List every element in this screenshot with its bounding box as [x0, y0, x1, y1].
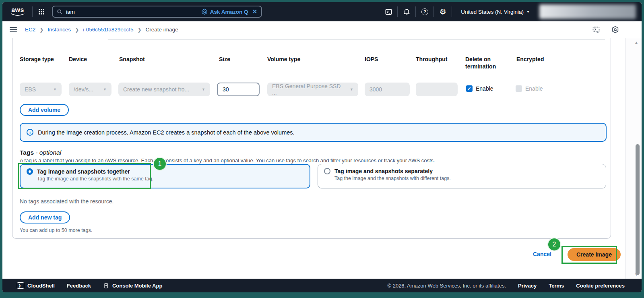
annotation-badge-1: 1	[153, 157, 167, 171]
breadcrumb-separator: ❯	[39, 27, 43, 33]
cancel-button[interactable]: Cancel	[533, 251, 551, 257]
divider	[415, 6, 416, 17]
no-tags-text: No tags associated with the resource.	[20, 198, 114, 205]
search-value: iam	[66, 9, 75, 15]
section-title-instance-volumes: Instance volumes	[18, 38, 76, 40]
tag-separately-label: Tag image and snapshots separately	[334, 168, 433, 174]
annotation-rect-1	[18, 163, 151, 189]
footer-mobile-app[interactable]: Console Mobile App	[103, 282, 162, 289]
volume-type-select: EBS General Purpose SSD ... ▼	[267, 83, 358, 96]
region-selector[interactable]: United States (N. Virginia) ▼	[461, 9, 530, 15]
search-input[interactable]: iam Ask Amazon Q ✕	[52, 6, 262, 18]
snapshot-value: Create new snapshot fro...	[123, 86, 189, 93]
col-header-volume-type: Volume type	[267, 56, 300, 63]
notifications-icon[interactable]	[402, 8, 411, 16]
tag-limit-text: You can add up to 50 more tags.	[20, 228, 92, 233]
breadcrumb: EC2 ❯ Instances ❯ i-056c551fa829eccf5 ❯ …	[25, 27, 178, 33]
annotation-rect-2	[561, 246, 617, 264]
tags-section-title: Tags - optional	[20, 149, 61, 156]
delete-on-termination-checkbox[interactable]: ✓ Enable	[466, 85, 493, 92]
device-value: /dev/s...	[74, 86, 93, 93]
footer-bar: ❯_ CloudShell Feedback Console Mobile Ap…	[2, 279, 642, 292]
encrypted-label: Enable	[525, 85, 543, 92]
tags-description: A tag is a label that you assign to an A…	[20, 157, 435, 163]
col-header-storage-type: Storage type	[20, 56, 54, 63]
info-alert-text: During the image creation process, Amazo…	[38, 129, 295, 136]
delete-on-termination-label: Enable	[476, 85, 493, 92]
size-input[interactable]: 30	[217, 83, 260, 96]
copyright-text: © 2026, Amazon Web Services, Inc. or its…	[387, 283, 506, 289]
storage-type-value: EBS	[25, 86, 36, 93]
region-label: United States (N. Virginia)	[461, 9, 524, 15]
feedback-label: Feedback	[67, 283, 91, 289]
scrollbar-thumb[interactable]	[636, 144, 640, 275]
close-icon[interactable]: ✕	[252, 8, 257, 15]
divider	[32, 6, 33, 17]
encrypted-checkbox: Enable	[516, 85, 543, 92]
breadcrumb-current-page: Create image	[146, 27, 178, 33]
add-volume-button[interactable]: Add volume	[20, 104, 69, 116]
aws-logo[interactable]: aws	[10, 7, 25, 17]
console-window: aws iam	[2, 2, 642, 292]
snapshot-select: Create new snapshot fro... ▼	[118, 83, 210, 96]
tags-title-text: Tags	[20, 149, 34, 156]
breadcrumb-separator: ❯	[138, 27, 142, 33]
account-menu-redacted[interactable]	[539, 4, 636, 19]
app-grid-icon[interactable]	[37, 8, 45, 16]
throughput-input	[416, 83, 458, 96]
scroll-down-icon[interactable]: ▼	[634, 272, 638, 277]
breadcrumb-link-instance-id[interactable]: i-056c551fa829eccf5	[83, 27, 133, 33]
ask-amazon-q-button[interactable]: Ask Amazon Q	[210, 9, 248, 15]
divider	[433, 6, 434, 17]
menu-icon[interactable]	[10, 27, 17, 33]
footer-feedback[interactable]: Feedback	[67, 283, 91, 289]
checkbox-checked-icon[interactable]: ✓	[466, 85, 473, 92]
storage-type-select: EBS ▼	[20, 83, 62, 96]
breadcrumb-link-instances[interactable]: Instances	[47, 27, 71, 33]
terms-link[interactable]: Terms	[549, 283, 564, 289]
scroll-up-icon[interactable]: ▲	[634, 40, 638, 45]
radio-unselected-icon[interactable]	[324, 168, 330, 174]
annotation-badge-2: 2	[547, 238, 561, 251]
breadcrumb-bar: EC2 ❯ Instances ❯ i-056c551fa829eccf5 ❯ …	[2, 21, 642, 38]
chevron-down-icon: ▼	[103, 87, 107, 91]
tag-separately-option[interactable]: Tag image and snapshots separately Tag t…	[318, 164, 606, 188]
chevron-down-icon: ▼	[53, 87, 57, 91]
cookie-preferences-link[interactable]: Cookie preferences	[576, 283, 625, 289]
cloudshell-icon: ❯_	[17, 282, 24, 289]
col-header-snapshot: Snapshot	[119, 56, 145, 63]
mobile-app-label: Console Mobile App	[112, 283, 162, 289]
divider	[452, 6, 452, 17]
top-navigation-bar: aws iam	[2, 2, 642, 21]
breadcrumb-link-ec2[interactable]: EC2	[25, 27, 35, 33]
chevron-down-icon: ▼	[526, 10, 530, 14]
amazon-q-icon[interactable]	[611, 26, 619, 33]
tag-separately-description: Tag the image and the snapshots with dif…	[334, 176, 606, 181]
col-header-throughput: Throughput	[416, 56, 448, 63]
col-header-size: Size	[219, 56, 230, 63]
volume-type-value: EBS General Purpose SSD ...	[272, 83, 347, 96]
settings-icon[interactable]: ⚙	[439, 8, 447, 16]
privacy-link[interactable]: Privacy	[518, 283, 537, 289]
iops-input: 3000	[365, 83, 410, 96]
tags-optional-text: - optional	[35, 149, 61, 156]
cloudshell-icon[interactable]	[384, 8, 392, 16]
help-icon[interactable]: ?	[421, 8, 429, 16]
main-content: Instance volumes Storage type Device Sna…	[2, 38, 642, 279]
footer-cloudshell[interactable]: ❯_ CloudShell	[17, 282, 55, 289]
col-header-iops: IOPS	[365, 56, 378, 63]
info-icon: i	[27, 129, 33, 136]
window-frame: aws iam	[0, 0, 644, 298]
chevron-down-icon: ▼	[350, 87, 353, 91]
ask-q-icon	[201, 8, 208, 15]
aws-logo-text: aws	[11, 7, 24, 13]
col-header-encrypted: Encrypted	[516, 56, 544, 63]
checkbox-disabled-icon	[516, 85, 522, 92]
cloudshell-icon[interactable]	[592, 26, 600, 34]
add-new-tag-button[interactable]: Add new tag	[20, 211, 70, 224]
vertical-scrollbar[interactable]: ▲ ▼	[625, 38, 642, 279]
create-image-form-panel: Instance volumes Storage type Device Sna…	[12, 38, 611, 239]
cloudshell-label: CloudShell	[27, 283, 55, 289]
col-header-delete-on-termination: Delete on termination	[465, 56, 506, 70]
divider	[108, 39, 605, 40]
